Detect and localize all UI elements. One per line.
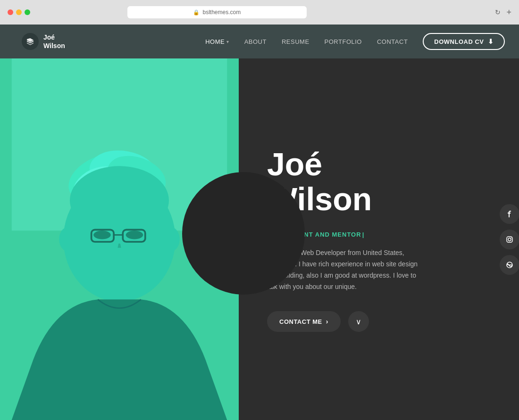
nav-item-home[interactable]: HOME ▾ [205, 38, 229, 45]
chevron-down-icon: ∨ [356, 317, 361, 326]
contact-me-button[interactable]: CONTACT ME › [267, 311, 341, 332]
browser-dots [8, 9, 30, 15]
svg-point-26 [511, 237, 512, 238]
logo-text: Joé Wilson [43, 33, 65, 50]
logo[interactable]: Joé Wilson [14, 29, 73, 54]
reload-icon[interactable]: ↻ [495, 8, 501, 16]
nav-item-about[interactable]: ABOUT [244, 38, 267, 45]
dot-yellow[interactable] [16, 9, 22, 15]
nav-item-contact[interactable]: CONTACT [377, 38, 408, 45]
nav-item-portfolio[interactable]: PORTFOLIO [325, 38, 362, 45]
scroll-down-button[interactable]: ∨ [348, 311, 369, 332]
info-side: Joé Wilson CONSULTANT AND MENTOR Hello! … [239, 58, 519, 420]
dot-red[interactable] [8, 9, 13, 15]
svg-point-11 [93, 231, 111, 239]
download-icon: ⬇ [488, 38, 494, 45]
lock-icon: 🔒 [193, 9, 200, 16]
download-cv-button[interactable]: DOWNLOAD CV ⬇ [423, 33, 505, 50]
dot-green[interactable] [25, 9, 30, 15]
url-text: bslthemes.com [202, 9, 241, 16]
svg-point-22 [59, 227, 76, 251]
svg-point-25 [508, 238, 511, 241]
nav-item-resume[interactable]: RESUME [282, 38, 310, 45]
cta-row: CONTACT ME › ∨ [267, 311, 491, 332]
logo-icon [22, 33, 39, 50]
dark-circle-decoration [182, 172, 305, 295]
browser-chrome: 🔒 bslthemes.com ↻ + [0, 0, 519, 25]
arrow-icon: › [326, 318, 328, 325]
svg-point-10 [70, 166, 169, 235]
svg-point-23 [162, 227, 180, 251]
header: Joé Wilson HOME ▾ ABOUT RESUME PORTFOLIO… [0, 25, 519, 58]
chevron-down-icon: ▾ [226, 39, 229, 44]
new-tab-button[interactable]: + [506, 8, 511, 17]
facebook-icon[interactable] [500, 204, 519, 224]
website: Joé Wilson HOME ▾ ABOUT RESUME PORTFOLIO… [0, 25, 519, 420]
dribbble-icon[interactable] [500, 255, 519, 275]
social-sidebar [500, 204, 519, 275]
svg-point-12 [126, 231, 143, 239]
main-content: Joé Wilson CONSULTANT AND MENTOR Hello! … [0, 58, 519, 420]
hero-name: Joé Wilson [267, 147, 491, 217]
address-bar[interactable]: 🔒 bslthemes.com [127, 6, 307, 18]
main-nav: HOME ▾ ABOUT RESUME PORTFOLIO CONTACT DO… [205, 33, 505, 50]
instagram-icon[interactable] [500, 230, 519, 249]
svg-rect-24 [507, 237, 512, 242]
